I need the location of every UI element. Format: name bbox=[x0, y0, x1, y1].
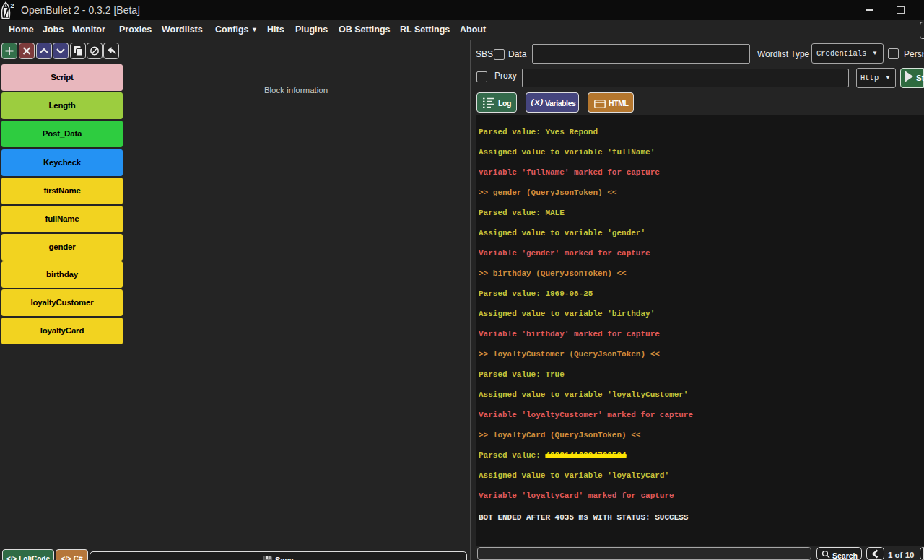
svg-text:2: 2 bbox=[11, 2, 14, 9]
